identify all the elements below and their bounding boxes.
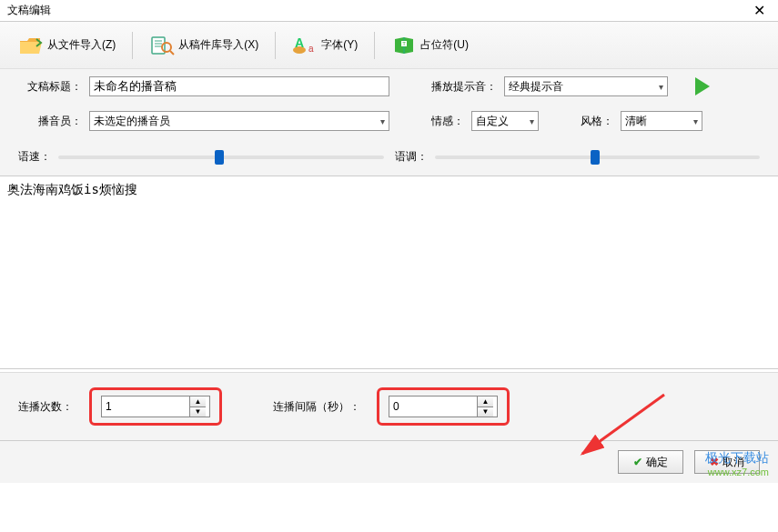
style-value: 清晰 [625,114,647,129]
style-select[interactable]: 清晰 ▾ [621,111,702,131]
ok-button[interactable]: ✔ 确定 [618,450,683,474]
document-search-icon [149,35,175,55]
announcer-label: 播音员： [18,114,82,129]
svg-text:a: a [308,44,314,54]
spin-down-icon[interactable]: ▼ [190,407,206,417]
window-title: 文稿编辑 [7,3,51,18]
interval-input[interactable] [389,396,477,417]
book-icon: T [391,35,417,55]
toolbar-label: 从稿件库导入(X) [178,37,258,53]
play-button[interactable] [695,77,710,95]
close-icon[interactable]: ✕ [748,2,771,19]
repeat-row: 连播次数： ▲ ▼ 连播间隔（秒）： ▲ ▼ [0,372,778,440]
announcer-value: 未选定的播音员 [94,114,170,129]
x-icon: ✖ [710,456,719,468]
count-input[interactable] [102,396,189,417]
font-icon: Aa [292,35,318,55]
separator [132,32,133,59]
speed-slider[interactable] [58,156,384,159]
svg-text:T: T [402,41,406,46]
chevron-down-icon: ▾ [380,116,385,126]
button-label: 确定 [646,455,668,470]
speed-slider-group: 语速： [18,149,384,165]
folder-open-icon [18,35,44,55]
placeholder-button[interactable]: T 占位符(U) [384,32,476,59]
speed-label: 语速： [18,149,51,165]
interval-highlight: ▲ ▼ [377,387,510,426]
spin-up-icon[interactable]: ▲ [190,396,206,407]
font-button[interactable]: Aa 字体(Y) [285,32,365,59]
title-row: 文稿标题： 播放提示音： 经典提示音 ▾ [0,69,778,104]
title-input[interactable] [89,76,389,96]
import-from-lib-button[interactable]: 从稿件库导入(X) [142,32,266,59]
count-spinner[interactable]: ▲ ▼ [101,396,210,417]
spin-down-icon[interactable]: ▼ [478,407,493,417]
emotion-label: 情感： [431,114,464,129]
toolbar-label: 从文件导入(Z) [47,37,116,53]
slider-thumb[interactable] [591,150,600,165]
title-label: 文稿标题： [18,79,82,95]
emotion-value: 自定义 [476,114,509,129]
tone-label: 语调： [395,149,428,165]
tone-slider[interactable] [435,156,761,159]
tone-slider-group: 语调： [395,149,761,165]
cancel-button[interactable]: ✖ 取消 [694,450,760,474]
chevron-down-icon: ▾ [693,116,698,126]
interval-label: 连播间隔（秒）： [273,399,360,415]
check-icon: ✔ [633,456,642,468]
content-textarea[interactable] [0,176,778,369]
style-label: 风格： [581,114,613,129]
toolbar-label: 占位符(U) [420,37,469,53]
sound-label: 播放提示音： [431,79,497,95]
chevron-down-icon: ▾ [659,82,663,92]
count-label: 连播次数： [18,399,73,415]
count-highlight: ▲ ▼ [89,387,222,426]
chevron-down-icon: ▾ [530,116,534,126]
footer: ✔ 确定 ✖ 取消 极光下载站 www.xz7.com [0,440,778,483]
emotion-select[interactable]: 自定义 ▾ [471,111,539,131]
separator [374,32,375,59]
svg-line-5 [170,51,174,55]
button-label: 取消 [722,455,744,470]
sound-select[interactable]: 经典提示音 ▾ [504,76,668,96]
announcer-row: 播音员： 未选定的播音员 ▾ 情感： 自定义 ▾ 风格： 清晰 ▾ [0,104,778,138]
separator [275,32,276,59]
toolbar: 从文件导入(Z) 从稿件库导入(X) Aa 字体(Y) T 占位符(U) [0,22,778,69]
interval-spinner[interactable]: ▲ ▼ [389,396,498,417]
titlebar: 文稿编辑 ✕ [0,0,778,22]
spin-up-icon[interactable]: ▲ [478,396,493,407]
svg-text:A: A [295,35,304,50]
slider-thumb[interactable] [215,150,224,165]
announcer-select[interactable]: 未选定的播音员 ▾ [89,111,389,131]
sliders-row: 语速： 语调： [0,138,778,176]
toolbar-label: 字体(Y) [321,37,358,53]
sound-value: 经典提示音 [509,79,563,95]
import-from-file-button[interactable]: 从文件导入(Z) [11,32,123,59]
